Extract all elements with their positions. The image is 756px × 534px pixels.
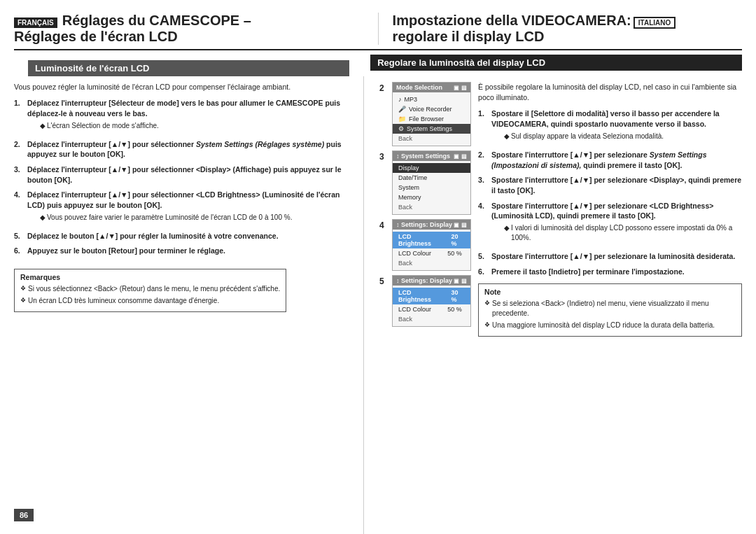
step-fr-6: 6. Appuyez sur le bouton [Retour] pour t… xyxy=(14,246,347,256)
screen-3: ↕ System Settings ▣▤ Display Date/Time S… xyxy=(392,150,471,215)
screen-num-4: 4 xyxy=(379,220,384,230)
screen-num-2: 2 xyxy=(379,83,384,93)
screen-4: ↕ Settings: Display ▣▤ LCD Brightness 20… xyxy=(392,219,471,271)
screen-3-system: System xyxy=(393,183,470,192)
screen-5-back: Back xyxy=(393,314,470,324)
lang-badge-it: ITALIANO xyxy=(634,17,676,29)
main-title-fr-line2: Réglages de l'écran LCD xyxy=(14,29,357,45)
steps-list-fr: 1. Déplacez l'interrupteur [Sélecteur de… xyxy=(14,98,347,256)
screen-2-back: Back xyxy=(393,134,470,143)
screen-2-item-system: ⚙System Settings xyxy=(393,124,470,134)
step-note-it-4: I valori di luminosità del display LCD p… xyxy=(504,223,742,243)
screen-2-body: ♪MP3 🎤Voice Recorder 📁File Browser ⚙Syst… xyxy=(393,92,470,146)
intro-text-it: È possibile regolare la luminosità del d… xyxy=(478,82,742,103)
notes-list-it: Se si seleziona <Back> (Indietro) nel me… xyxy=(484,299,736,330)
step-note-fr-1: L'écran Sélection de mode s'affiche. xyxy=(40,121,347,131)
right-text-col: È possibile regolare la luminosità del d… xyxy=(478,82,742,534)
screen-5-brightness: LCD Brightness 30 % xyxy=(393,288,470,304)
screen-2-header: Mode Selection ▣▤ xyxy=(393,83,470,92)
section-heading-fr: Luminosité de l'écran LCD xyxy=(28,60,349,76)
step-it-4: 4. Spostare l'interruttore [▲/▼] per sel… xyxy=(478,201,742,246)
note-it-2: Una maggiore luminosità del display LCD … xyxy=(484,321,736,330)
step-it-3: 3. Spostare l'interruttore [▲/▼] per sel… xyxy=(478,175,742,195)
screen-5-body: LCD Brightness 30 % LCD Colour 50 % Back xyxy=(393,286,470,326)
lang-badge-fr: FRANÇAIS xyxy=(14,17,57,28)
step-it-2: 2. Spostare l'interruttore [▲/▼] per sel… xyxy=(478,150,742,170)
screen-4-brightness: LCD Brightness 20 % xyxy=(393,232,470,248)
remarques-list: Si vous sélectionnez <Back> (Retour) dan… xyxy=(20,284,280,306)
intro-text-fr: Vous pouvez régler la luminosité de l'éc… xyxy=(14,82,347,92)
remarques-title: Remarques xyxy=(20,273,280,281)
screen-3-display: Display xyxy=(393,163,470,173)
screen-2-item-file: 📁File Browser xyxy=(393,114,470,124)
screen-num-5: 5 xyxy=(379,276,384,286)
step-fr-2: 2. Déplacez l'interrupteur [▲/▼] pour sé… xyxy=(14,139,347,160)
step-note-it-1: Sul display appare la videata Seleziona … xyxy=(504,132,742,141)
screen-4-colour: LCD Colour 50 % xyxy=(393,248,470,258)
step-it-6: 6. Premere il tasto [Indietro] per termi… xyxy=(478,267,742,277)
remarque-1: Si vous sélectionnez <Back> (Retour) dan… xyxy=(20,284,280,294)
steps-list-it: 1. Spostare il [Selettore di modalità] v… xyxy=(478,108,742,276)
note-it-1: Se si seleziona <Back> (Indietro) nel me… xyxy=(484,299,736,318)
step-fr-3: 3. Déplacez l'interrupteur [▲/▼] pour sé… xyxy=(14,164,347,185)
screen-3-memory: Memory xyxy=(393,192,470,202)
screen-3-header: ↕ System Settings ▣▤ xyxy=(393,151,470,161)
note-title-it: Note xyxy=(484,288,736,296)
main-title-it-line1: Impostazione della VIDEOCAMERA: xyxy=(393,13,631,28)
screen-4-back: Back xyxy=(393,258,470,268)
main-title-fr-line1: Réglages du CAMESCOPE – xyxy=(62,13,251,28)
step-fr-4: 4. Déplacez l'interrupteur [▲/▼] pour sé… xyxy=(14,190,347,225)
section-heading-it: Regolare la luminosità del display LCD xyxy=(370,55,742,71)
screen-3-body: Display Date/Time System Memory Back xyxy=(393,161,470,214)
screen-3-datetime: Date/Time xyxy=(393,173,470,183)
screen-3-back: Back xyxy=(393,202,470,212)
screen-5-header: ↕ Settings: Display ▣▤ xyxy=(393,276,470,286)
step-fr-5: 5. Déplacez le bouton [▲/▼] pour régler … xyxy=(14,231,347,241)
screen-2: Mode Selection ▣▤ ♪MP3 🎤Voice Recorder 📁… xyxy=(392,82,471,146)
remarques-box: Remarques Si vous sélectionnez <Back> (R… xyxy=(14,269,286,312)
note-box-it: Note Se si seleziona <Back> (Indietro) n… xyxy=(478,283,742,337)
step-it-5: 5. Spostare l'interruttore [▲/▼] per sel… xyxy=(478,251,742,262)
main-title-it-line2: regolare il display LCD xyxy=(393,29,742,45)
remarque-2: Un écran LCD très lumineux consomme dava… xyxy=(20,296,280,306)
screen-4-body: LCD Brightness 20 % LCD Colour 50 % Back xyxy=(393,230,470,270)
screen-5: ↕ Settings: Display ▣▤ LCD Brightness 30… xyxy=(392,275,471,327)
step-note-fr-4: Vous pouvez faire varier le paramètre Lu… xyxy=(40,213,347,223)
step-it-1: 1. Spostare il [Selettore di modalità] v… xyxy=(478,108,742,144)
screen-2-item-voice: 🎤Voice Recorder xyxy=(393,104,470,114)
screen-num-3: 3 xyxy=(379,152,384,162)
screen-4-header: ↕ Settings: Display ▣▤ xyxy=(393,220,470,230)
page-number: 86 xyxy=(14,509,34,521)
step-fr-1: 1. Déplacez l'interrupteur [Sélecteur de… xyxy=(14,98,347,134)
screen-2-item-mp3: ♪MP3 xyxy=(393,94,470,104)
screen-5-colour: LCD Colour 50 % xyxy=(393,304,470,314)
